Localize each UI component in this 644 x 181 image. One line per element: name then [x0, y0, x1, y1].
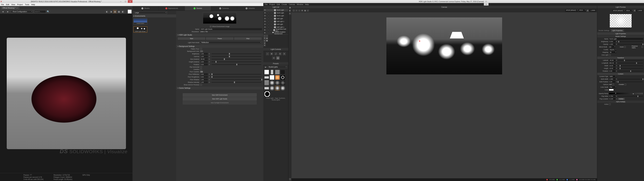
flip-h-checkbox[interactable]: [200, 66, 202, 68]
select-tool-icon[interactable]: ▧: [276, 56, 280, 60]
floor-shadow-slider[interactable]: [212, 79, 261, 80]
shadow-int-slider[interactable]: [212, 82, 261, 82]
mapping-dropdown[interactable]: 3D: [609, 52, 616, 53]
lon-slider[interactable]: [618, 63, 643, 63]
tab-appearances[interactable]: Appearances: [159, 6, 185, 10]
link-icon[interactable]: ⊞: [586, 10, 589, 12]
history-fwd-icon[interactable]: ►: [6, 10, 10, 14]
close-button[interactable]: ✕: [128, 0, 132, 3]
floor-rough-slider[interactable]: [212, 76, 261, 77]
menu-edit[interactable]: Edit: [277, 3, 280, 5]
preview-exposure-input[interactable]: 1.0000: [636, 10, 643, 12]
color-swatch[interactable]: [609, 89, 614, 91]
color-model-dropdown[interactable]: HSVA: [578, 10, 586, 12]
dup-light-icon[interactable]: ⧉: [264, 37, 266, 39]
preset-thumb[interactable]: [264, 80, 269, 85]
env-thumb-hls[interactable]: HDR Light Studio: [134, 26, 147, 32]
close-button[interactable]: ✕: [484, 3, 488, 6]
menu-create[interactable]: Create: [282, 3, 287, 5]
section-scene[interactable]: Scene Settings: [176, 87, 263, 90]
preset-thumb[interactable]: [280, 75, 285, 80]
pause-button[interactable]: Pause: [206, 37, 234, 40]
tab-scenes[interactable]: Scenes: [185, 6, 211, 10]
thumb-size-dropdown[interactable]: Large: [134, 11, 167, 14]
menu-file[interactable]: File: [1, 4, 4, 6]
preset-thumb[interactable]: [280, 86, 285, 90]
preset-thumb[interactable]: [280, 70, 285, 74]
new-hdr-env-button[interactable]: New HDR Environment: [183, 93, 256, 97]
blend-mode-dropdown[interactable]: Add: [608, 46, 616, 48]
menu-tools[interactable]: Tools: [25, 4, 29, 6]
preview-cm-dropdown[interactable]: HSVA: [626, 10, 633, 12]
shadow-int-input[interactable]: 1.00: [200, 81, 208, 83]
doc-tab[interactable]: Official Mustang * ✕: [1, 6, 20, 10]
cookie-dropdown[interactable]: Square: [609, 49, 616, 50]
gamma-slider[interactable]: [212, 56, 261, 57]
move-tool-icon[interactable]: ↔: [266, 52, 269, 56]
preset-thumb[interactable]: [275, 70, 280, 74]
render-mode-3-icon[interactable]: ◉: [113, 10, 117, 14]
height-input[interactable]: 2.00: [200, 61, 208, 63]
search-input[interactable]: [34, 10, 46, 13]
width-slider[interactable]: [618, 66, 643, 66]
expand-icon[interactable]: ⤢: [307, 10, 309, 12]
light-row[interactable]: Half Light: [263, 23, 288, 26]
opacity-ramp[interactable]: [609, 93, 643, 94]
colorspace-dropdown[interactable]: sRGB (default): [565, 10, 578, 12]
light-shape[interactable]: [450, 32, 464, 38]
tab-libraries[interactable]: Libraries: [237, 6, 263, 10]
preset-thumb[interactable]: [264, 70, 269, 74]
gamma-input[interactable]: 1.00: [200, 56, 208, 58]
solo-icon[interactable]: [266, 9, 268, 11]
bg-color-swatch[interactable]: [200, 50, 203, 52]
tf-height-slider[interactable]: [618, 68, 643, 69]
help-icon[interactable]: ?: [289, 178, 291, 180]
canvas-area[interactable]: [292, 12, 597, 178]
render-mode-2-icon[interactable]: ◑: [109, 10, 113, 14]
size-input[interactable]: 25.00: [200, 58, 208, 60]
preset-thumb[interactable]: [264, 86, 269, 90]
hdr-canvas-image[interactable]: [386, 18, 502, 74]
floor-rough-input[interactable]: 0.00: [200, 76, 208, 78]
rotation-input[interactable]: 0.00: [200, 64, 208, 66]
new-hls-button[interactable]: New HDR Light Studio: [183, 97, 256, 100]
link-icon[interactable]: ⊞: [634, 10, 636, 12]
zoom-in-icon[interactable]: +: [295, 10, 298, 12]
maximize-button[interactable]: ☐: [484, 0, 488, 3]
peg-loc-input[interactable]: 0.133: [609, 98, 615, 100]
light-row[interactable]: Default Gradient Background: [263, 32, 288, 34]
light-name-input[interactable]: Torch Light: [609, 38, 643, 40]
menu-view[interactable]: View: [11, 4, 15, 6]
maximize-button[interactable]: ☐: [123, 0, 128, 3]
env-thumb-market[interactable]: market place: [134, 18, 147, 24]
floor-reflect-input[interactable]: 0.00: [200, 73, 208, 75]
menu-project[interactable]: Project: [269, 3, 275, 5]
tab-cameras[interactable]: Cameras: [211, 6, 237, 10]
light-row[interactable]: Torch Light: [263, 12, 288, 14]
bulb-pos-slider[interactable]: [618, 82, 643, 82]
search-icon[interactable]: 🔍: [46, 10, 50, 14]
new-sunlight-button[interactable]: New Sunlight Environment: [183, 101, 256, 104]
add-light-icon[interactable]: +: [264, 35, 266, 37]
pan-icon[interactable]: ✥: [301, 10, 304, 12]
start-button[interactable]: Start: [178, 37, 206, 40]
light-row[interactable]: Torch Light: [263, 14, 288, 17]
lat-slider[interactable]: [618, 60, 643, 61]
brightness-input[interactable]: 1.00: [200, 53, 208, 55]
rot-slider[interactable]: [618, 71, 643, 72]
tool-icon[interactable]: ▦: [289, 6, 291, 9]
delete-button[interactable]: Delete: [618, 98, 625, 100]
light-row[interactable]: Half Light: [263, 17, 288, 20]
bulb-width-input[interactable]: 1.000: [609, 78, 615, 80]
floor-caustics-swatch[interactable]: [200, 71, 203, 72]
preset-thumb[interactable]: [280, 80, 285, 85]
environments-header[interactable]: ▾Environments: [132, 14, 176, 18]
preset-thumb[interactable]: [264, 75, 269, 80]
rot-input[interactable]: 0.00: [609, 70, 615, 72]
floor-shadow-input[interactable]: 1.00: [200, 78, 208, 80]
lat-input[interactable]: -45.96: [609, 60, 615, 61]
opacity-input[interactable]: 1.000: [609, 44, 615, 45]
preset-thumb[interactable]: [270, 86, 274, 90]
selection-marker-icon[interactable]: [419, 40, 420, 42]
tab-models[interactable]: Models: [132, 6, 159, 10]
